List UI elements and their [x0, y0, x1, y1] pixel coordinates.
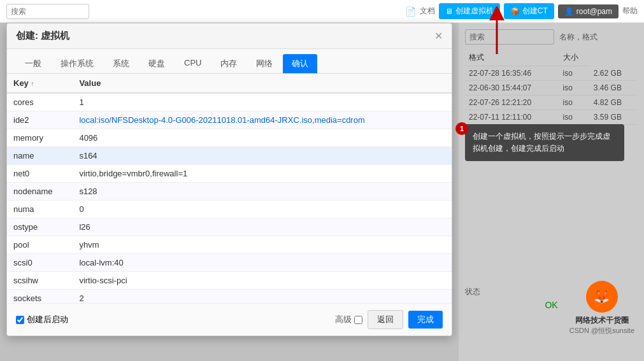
document-label: 文档: [420, 6, 435, 17]
dialog-header: 创建: 虚拟机 ✕: [7, 24, 452, 49]
top-toolbar: 📄 文档 🖥 创建虚拟机 📦 创建CT 👤 root@pam 帮助: [0, 0, 644, 23]
table-row: names164: [7, 147, 452, 165]
table-row: scsihwvirtio-scsi-pci: [7, 272, 452, 290]
table-row: scsi0local-lvm:40: [7, 254, 452, 272]
tab-内存[interactable]: 内存: [211, 54, 246, 73]
tab-CPU[interactable]: CPU: [175, 54, 210, 73]
val-cell: l26: [73, 218, 452, 236]
val-cell: local:iso/NFSDesktop-4.0-G006-20211018.0…: [73, 111, 452, 129]
table-row: memory4096: [7, 129, 452, 147]
tab-操作系统[interactable]: 操作系统: [52, 54, 103, 73]
val-cell: 0: [73, 201, 452, 218]
val-cell: 1: [73, 93, 452, 111]
watermark: 🦊 网络技术干货圈 CSDN @恒悦sunsite: [569, 281, 634, 336]
table-row: sockets2: [7, 290, 452, 304]
key-header: Key ↑: [7, 74, 73, 93]
key-cell: pool: [7, 236, 73, 254]
key-cell: name: [7, 147, 73, 165]
tab-一般[interactable]: 一般: [16, 54, 50, 73]
table-row: net0virtio,bridge=vmbr0,firewall=1: [7, 165, 452, 183]
key-cell: ostype: [7, 218, 73, 236]
val-cell: local-lvm:40: [73, 254, 452, 272]
val-cell: s164: [73, 147, 452, 165]
key-cell: net0: [7, 165, 73, 183]
dialog-title: 创建: 虚拟机: [16, 30, 69, 42]
monitor-icon: 🖥: [445, 7, 453, 16]
sort-arrow-icon: ↑: [31, 80, 34, 87]
table-row: cores1: [7, 93, 452, 111]
create-vm-dialog: 创建: 虚拟机 ✕ 一般操作系统系统硬盘CPU内存网络确认 Key ↑ Valu…: [6, 23, 452, 336]
start-after-create-checkbox[interactable]: 创建后启动: [16, 314, 68, 325]
user-button[interactable]: 👤 root@pam: [558, 4, 619, 18]
back-button[interactable]: 返回: [368, 310, 403, 329]
key-cell: memory: [7, 129, 73, 147]
tab-确认[interactable]: 确认: [283, 54, 317, 73]
key-cell: scsi0: [7, 254, 73, 272]
val-cell: 2: [73, 290, 452, 304]
table-row: numa0: [7, 201, 452, 218]
dialog-close-button[interactable]: ✕: [434, 31, 443, 41]
val-cell: s128: [73, 183, 452, 201]
config-table: Key ↑ Value cores1ide2local:iso/NFSDeskt…: [7, 74, 452, 303]
finish-button[interactable]: 完成: [408, 311, 443, 329]
val-cell: 4096: [73, 129, 452, 147]
toolbar-right: 📄 文档 🖥 创建虚拟机 📦 创建CT 👤 root@pam 帮助: [405, 3, 638, 19]
watermark-text1: 网络技术干货圈: [569, 315, 634, 326]
document-icon: 📄: [405, 6, 416, 17]
table-row: poolyhvm: [7, 236, 452, 254]
key-cell: numa: [7, 201, 73, 218]
key-cell: cores: [7, 93, 73, 111]
search-input[interactable]: [6, 4, 89, 19]
tab-bar: 一般操作系统系统硬盘CPU内存网络确认: [7, 49, 452, 74]
tab-硬盘[interactable]: 硬盘: [140, 54, 174, 73]
tab-网络[interactable]: 网络: [247, 54, 282, 73]
advanced-checkbox[interactable]: [354, 316, 362, 324]
tooltip-number-badge: 1: [455, 122, 468, 135]
help-button[interactable]: 帮助: [622, 6, 638, 17]
footer-left: 创建后启动: [16, 314, 68, 325]
key-cell: nodename: [7, 183, 73, 201]
val-header: Value: [73, 74, 452, 93]
table-wrapper[interactable]: Key ↑ Value cores1ide2local:iso/NFSDeskt…: [7, 74, 452, 303]
start-checkbox-input[interactable]: [16, 316, 24, 324]
table-row: ostypel26: [7, 218, 452, 236]
advanced-section: 高级: [335, 314, 362, 325]
tab-系统[interactable]: 系统: [104, 54, 138, 73]
key-cell: sockets: [7, 290, 73, 304]
dialog-footer: 创建后启动 高级 返回 完成: [7, 303, 452, 336]
key-cell: ide2: [7, 111, 73, 129]
table-row: nodenames128: [7, 183, 452, 201]
val-cell: virtio-scsi-pci: [73, 272, 452, 290]
watermark-text2: CSDN @恒悦sunsite: [569, 326, 634, 336]
val-cell: virtio,bridge=vmbr0,firewall=1: [73, 165, 452, 183]
tooltip-box: 创建一个虚拟机，按照提示一步步完成虚拟机创建，创建完成后启动: [465, 124, 624, 161]
user-icon: 👤: [564, 7, 574, 16]
key-cell: scsihw: [7, 272, 73, 290]
table-row: ide2local:iso/NFSDesktop-4.0-G006-202110…: [7, 111, 452, 129]
val-cell: yhvm: [73, 236, 452, 254]
watermark-logo: 🦊: [586, 281, 618, 313]
